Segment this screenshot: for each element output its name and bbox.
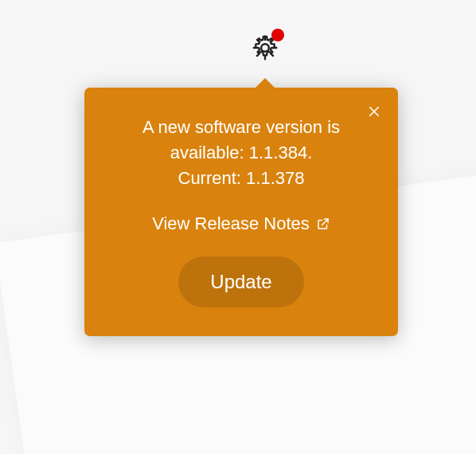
close-icon xyxy=(367,104,381,119)
update-button-label: Update xyxy=(210,271,271,292)
release-notes-link[interactable]: View Release Notes xyxy=(107,213,376,234)
release-notes-label: View Release Notes xyxy=(152,213,310,234)
update-message: A new software version is available: 1.1… xyxy=(107,115,376,191)
notification-badge-icon xyxy=(271,29,284,41)
message-line-2: available: 1.1.384. xyxy=(170,143,313,162)
update-popover: A new software version is available: 1.1… xyxy=(84,88,398,336)
external-link-icon xyxy=(316,217,330,231)
message-line-3: Current: 1.1.378 xyxy=(178,168,305,188)
svg-point-0 xyxy=(261,44,269,52)
settings-trigger[interactable] xyxy=(249,32,281,64)
update-button[interactable]: Update xyxy=(178,256,303,307)
message-line-1: A new software version is xyxy=(142,117,340,137)
close-button[interactable] xyxy=(365,102,384,121)
